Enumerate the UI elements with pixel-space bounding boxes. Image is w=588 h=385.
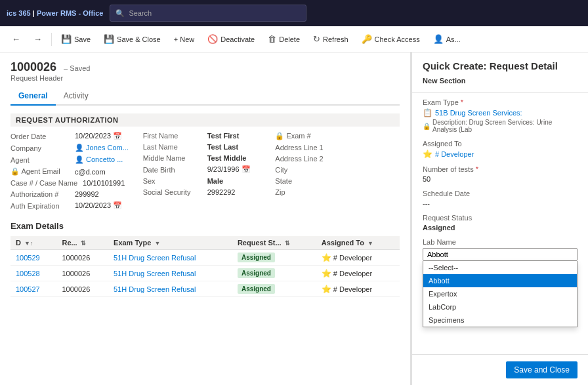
row1-id[interactable]: 100529 bbox=[10, 250, 56, 266]
exam-type-value[interactable]: 51B Drug Screen Services: bbox=[435, 109, 522, 117]
field-agent-email: 🔒 Agent Email c@d.com bbox=[10, 167, 135, 176]
deactivate-button[interactable]: 🚫 Deactivate bbox=[202, 31, 260, 47]
required-marker-tests: * bbox=[476, 165, 478, 173]
qc-exam-type-label: Exam Type * bbox=[423, 98, 578, 106]
back-button[interactable]: ← bbox=[7, 31, 26, 47]
row1-exam-type[interactable]: 51H Drug Screen Refusal bbox=[108, 250, 232, 266]
col-header-re[interactable]: Re... ⇅ bbox=[56, 236, 108, 250]
toolbar-separator bbox=[51, 33, 52, 46]
save-button[interactable]: 💾 Save bbox=[56, 31, 96, 47]
lab-name-input[interactable] bbox=[423, 248, 578, 261]
search-placeholder: Search bbox=[129, 9, 152, 17]
field-state: State bbox=[275, 177, 400, 185]
save-icon: 💾 bbox=[61, 34, 72, 44]
row2-exam-type[interactable]: 51H Drug Screen Refusal bbox=[108, 266, 232, 281]
qc-schedule-date-field: Schedule Date --- bbox=[423, 190, 578, 207]
form-grid: Order Date 10/20/2023 📅 Company 👤 Jones … bbox=[10, 132, 400, 213]
dropdown-option-abbott[interactable]: Abbott bbox=[423, 274, 577, 287]
dropdown-option-specimens[interactable]: Specimens bbox=[423, 314, 577, 327]
row2-status: Assigned bbox=[232, 266, 316, 281]
exam-description: 🔒 Description: Drug Screen Services: Uri… bbox=[423, 119, 578, 133]
check-access-button[interactable]: 🔑 Check Access bbox=[356, 31, 425, 47]
record-id: 1000026 – Saved bbox=[10, 60, 400, 74]
row3-id[interactable]: 100527 bbox=[10, 281, 56, 297]
refresh-button[interactable]: ↻ Refresh bbox=[308, 31, 354, 47]
row2-re: 1000026 bbox=[56, 266, 108, 281]
row3-exam-type[interactable]: 51H Drug Screen Refusal bbox=[108, 281, 232, 297]
quick-create-body: Exam Type * 📋 51B Drug Screen Services: … bbox=[412, 93, 588, 354]
field-sex: Sex Male bbox=[143, 177, 268, 185]
new-button[interactable]: + New bbox=[169, 33, 200, 46]
field-first-name: First Name Test First bbox=[143, 132, 268, 140]
table-row: 100528 1000026 51H Drug Screen Refusal A… bbox=[10, 266, 400, 281]
assigned-to-value-row: ⭐ # Developer bbox=[423, 150, 578, 159]
delete-button[interactable]: 🗑 Delete bbox=[262, 31, 305, 47]
toolbar: ← → 💾 Save 💾 Save & Close + New 🚫 Deacti… bbox=[0, 26, 588, 52]
lock-icon: 🔒 bbox=[423, 123, 430, 130]
field-auth-expiration: Auth Expiration 10/20/2023 📅 bbox=[10, 201, 135, 210]
refresh-icon: ↻ bbox=[313, 34, 320, 44]
field-company: Company 👤 Jones Com... bbox=[10, 144, 135, 152]
search-bar[interactable]: 🔍 Search bbox=[110, 5, 306, 22]
row1-re: 1000026 bbox=[56, 250, 108, 266]
top-navigation: ics 365 | Power RMS - Office 🔍 Search bbox=[0, 0, 588, 26]
field-agent: Agent 👤 Concetto ... bbox=[10, 155, 135, 164]
tab-activity[interactable]: Activity bbox=[56, 87, 96, 106]
save-close-icon: 💾 bbox=[104, 34, 114, 44]
new-section-label: New Section bbox=[423, 77, 578, 85]
qc-num-tests-field: Number of tests * 50 bbox=[423, 165, 578, 183]
left-panel: 1000026 – Saved Request Header General A… bbox=[0, 52, 411, 385]
qc-request-status-field: Request Status Assigned bbox=[423, 214, 578, 232]
record-header: 1000026 – Saved Request Header bbox=[10, 60, 400, 82]
dropdown-option-labcorp[interactable]: LabCorp bbox=[423, 300, 577, 314]
field-date-birth: Date Birth 9/23/1996 📅 bbox=[143, 165, 268, 174]
num-tests-value: 50 bbox=[423, 175, 578, 183]
col-header-d[interactable]: D ▼↑ bbox=[10, 236, 56, 250]
form-column-left: Order Date 10/20/2023 📅 Company 👤 Jones … bbox=[10, 132, 135, 213]
quick-create-header: Quick Create: Request Detail New Section bbox=[412, 52, 588, 93]
table-row: 100529 1000026 51H Drug Screen Refusal A… bbox=[10, 250, 400, 266]
tab-general[interactable]: General bbox=[10, 87, 56, 106]
qc-lab-name-label: Lab Name bbox=[423, 238, 578, 246]
field-auth-number: Authorization # 299992 bbox=[10, 190, 135, 198]
forward-icon: → bbox=[33, 34, 42, 44]
exam-details-table: D ▼↑ Re... ⇅ Exam Type ▼ Request St... ⇅… bbox=[10, 236, 400, 297]
dropdown-option-expertox[interactable]: Expertox bbox=[423, 287, 577, 300]
field-last-name: Last Name Test Last bbox=[143, 143, 268, 151]
assigned-to-value[interactable]: # Developer bbox=[435, 150, 474, 158]
deactivate-icon: 🚫 bbox=[207, 34, 218, 44]
forward-button[interactable]: → bbox=[28, 31, 47, 47]
field-address2: Address Line 2 bbox=[275, 155, 400, 163]
field-middle-name: Middle Name Test Middle bbox=[143, 154, 268, 162]
row2-id[interactable]: 100528 bbox=[10, 266, 56, 281]
assign-button[interactable]: 👤 As... bbox=[428, 31, 466, 47]
tabs: General Activity bbox=[10, 87, 400, 106]
quick-create-footer: Save and Close bbox=[412, 354, 588, 385]
col-header-request-status[interactable]: Request St... ⇅ bbox=[232, 236, 316, 250]
quick-create-panel: Quick Create: Request Detail New Section… bbox=[411, 52, 588, 385]
save-and-close-button[interactable]: Save and Close bbox=[506, 361, 578, 378]
schedule-date-value: --- bbox=[423, 199, 578, 207]
field-order-date: Order Date 10/20/2023 📅 bbox=[10, 132, 135, 140]
exam-type-value-row: 📋 51B Drug Screen Services: bbox=[423, 108, 578, 117]
qc-assigned-to-label: Assigned To bbox=[423, 140, 578, 148]
check-access-icon: 🔑 bbox=[362, 34, 372, 44]
form-column-right: 🔒 Exam # Address Line 1 Address Line 2 C… bbox=[275, 132, 400, 213]
dropdown-option-select[interactable]: --Select-- bbox=[423, 261, 577, 274]
col-header-assigned-to[interactable]: Assigned To ▼ bbox=[316, 236, 400, 250]
qc-num-tests-label: Number of tests * bbox=[423, 165, 578, 173]
row3-re: 1000026 bbox=[56, 281, 108, 297]
field-city: City bbox=[275, 166, 400, 174]
field-address1: Address Line 1 bbox=[275, 144, 400, 152]
record-subtitle: Request Header bbox=[10, 74, 400, 82]
save-close-button[interactable]: 💾 Save & Close bbox=[98, 31, 166, 47]
row1-assigned: ⭐ # Developer bbox=[316, 250, 400, 266]
qc-request-status-label: Request Status bbox=[423, 214, 578, 222]
section-request-authorization: REQUEST AUTHORIZATION bbox=[10, 113, 400, 127]
qc-assigned-to-field: Assigned To ⭐ # Developer bbox=[423, 140, 578, 159]
col-header-exam-type[interactable]: Exam Type ▼ bbox=[108, 236, 232, 250]
lab-name-dropdown-container: --Select-- Abbott Expertox LabCorp Speci… bbox=[423, 248, 578, 261]
exam-type-icon: 📋 bbox=[423, 108, 432, 117]
row3-status: Assigned bbox=[232, 281, 316, 297]
table-header-row: D ▼↑ Re... ⇅ Exam Type ▼ Request St... ⇅… bbox=[10, 236, 400, 250]
